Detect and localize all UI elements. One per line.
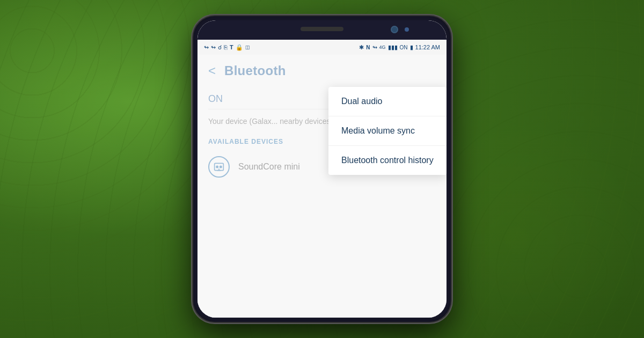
tmobile-icon: T (230, 44, 233, 50)
wifi2-icon: ↬ (211, 44, 216, 51)
phone-screen: ↬ ↬ ☌ ⎘ T 🔒 ◫ ✱ N ↬ 4G ▮▮▮ ON ▮ 11:22 AM (197, 20, 447, 318)
front-camera (391, 26, 398, 33)
phone-wrapper: ↬ ↬ ☌ ⎘ T 🔒 ◫ ✱ N ↬ 4G ▮▮▮ ON ▮ 11:22 AM (182, 11, 462, 327)
status-left-icons: ↬ ↬ ☌ ⎘ T 🔒 ◫ (204, 44, 359, 51)
bluetooth-status-icon: ✱ (359, 44, 364, 51)
nfc-icon: N (366, 45, 370, 50)
dropdown-item-control-history[interactable]: Bluetooth control history (328, 146, 447, 175)
battery-icon: ▮ (410, 44, 413, 51)
sim-icon: ⎘ (224, 44, 228, 50)
app-content: < Bluetooth ON Your device (Galax... nea… (197, 55, 447, 318)
data-icon: ◫ (245, 45, 250, 50)
proximity-sensor (405, 27, 409, 32)
4g-icon: 4G (379, 45, 386, 50)
dropdown-item-media-volume[interactable]: Media volume sync (328, 116, 447, 146)
dropdown-item-dual-audio[interactable]: Dual audio (328, 87, 447, 116)
content-overlay (197, 55, 328, 318)
status-bar: ↬ ↬ ☌ ⎘ T 🔒 ◫ ✱ N ↬ 4G ▮▮▮ ON ▮ 11:22 AM (197, 40, 447, 55)
wifi-icon: ↬ (204, 44, 209, 51)
status-right-icons: ✱ N ↬ 4G ▮▮▮ ON ▮ 11:22 AM (359, 44, 440, 51)
dropdown-menu: Dual audio Media volume sync Bluetooth c… (328, 87, 447, 175)
wifi-status-icon: ↬ (372, 44, 377, 51)
phone-frame: ↬ ↬ ☌ ⎘ T 🔒 ◫ ✱ N ↬ 4G ▮▮▮ ON ▮ 11:22 AM (193, 16, 451, 322)
shield-icon: ☌ (218, 44, 222, 51)
clock: 11:22 AM (415, 44, 440, 50)
notch-area (197, 20, 447, 40)
speaker-grille (301, 27, 343, 31)
lock-icon: 🔒 (236, 44, 243, 51)
signal-bars-icon: ▮▮▮ (388, 44, 398, 51)
battery-level: ON (400, 45, 408, 50)
